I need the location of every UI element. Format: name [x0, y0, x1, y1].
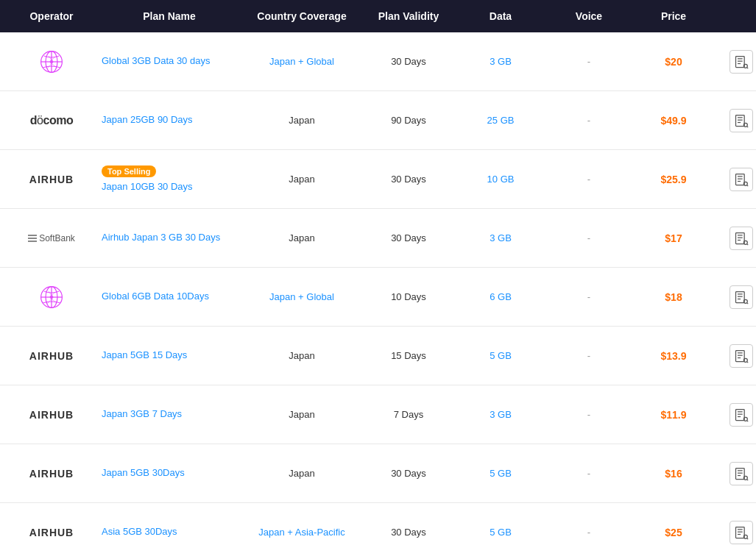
validity-cell: 90 Days [361, 115, 456, 126]
operator-cell [7, 282, 96, 312]
plan-name-cell: Japan 5GB 15 Days [96, 349, 243, 362]
svg-line-47 [747, 302, 748, 303]
table-row: döcomo Japan 25GB 90 Days Japan 90 Days … [0, 91, 756, 150]
svg-line-71 [747, 538, 748, 538]
details-cell: Buy Now [714, 344, 756, 368]
data-cell: 5 GB [456, 527, 545, 538]
voice-cell: - [545, 291, 633, 302]
svg-rect-21 [736, 174, 745, 185]
plan-name-cell: Global 6GB Data 10Days [96, 290, 243, 303]
svg-line-32 [747, 243, 748, 244]
validity-cell: 30 Days [361, 56, 456, 67]
svg-line-53 [747, 361, 748, 362]
operator-cell: AIRHUB [7, 174, 96, 185]
col-data: Data [456, 10, 545, 22]
price-cell: $25 [633, 527, 714, 538]
plan-name: Japan 25GB 90 Days [102, 114, 193, 125]
svg-line-65 [747, 479, 748, 480]
plan-name-cell: Global 3GB Data 30 days [96, 54, 243, 68]
price-cell: $16 [633, 468, 714, 480]
data-cell: 25 GB [456, 115, 545, 126]
svg-rect-66 [736, 527, 745, 538]
coverage-cell: Japan [243, 174, 361, 185]
details-icon-button[interactable] [729, 521, 753, 544]
coverage-cell: Japan + Global [243, 291, 361, 302]
svg-line-59 [747, 420, 748, 421]
plan-name: Global 6GB Data 10Days [102, 291, 209, 302]
plan-name: Asia 5GB 30Days [102, 526, 177, 537]
operator-cell: AIRHUB [7, 527, 96, 538]
validity-cell: 7 Days [361, 409, 456, 420]
plan-name-cell: Top Selling Japan 10GB 30 Days [96, 165, 243, 193]
operator-cell: AIRHUB [7, 409, 96, 421]
plan-name-cell: Japan 25GB 90 Days [96, 113, 243, 127]
plan-name: Airhub Japan 3 GB 30 Days [102, 232, 220, 243]
plan-name-cell: Japan 5GB 30Days [96, 466, 243, 480]
price-cell: $25.9 [633, 174, 714, 185]
operator-cell: SoftBank [7, 233, 96, 243]
data-cell: 3 GB [456, 409, 545, 420]
data-cell: 5 GB [456, 350, 545, 361]
table-row: AIRHUB Japan 3GB 7 Days Japan 7 Days 3 G… [0, 385, 756, 444]
coverage-cell: Japan [243, 350, 361, 361]
svg-line-8 [52, 63, 57, 68]
svg-rect-42 [736, 291, 745, 302]
svg-rect-9 [736, 56, 745, 67]
data-cell: 5 GB [456, 468, 545, 479]
col-country-coverage: Country Coverage [243, 10, 361, 22]
voice-cell: - [545, 56, 633, 67]
table-row: Global 3GB Data 30 days Japan + Global 3… [0, 32, 756, 91]
plan-name: Japan 3GB 7 Days [102, 408, 182, 419]
voice-cell: - [545, 409, 633, 420]
coverage-cell: Japan [243, 409, 361, 420]
voice-cell: - [545, 350, 633, 361]
col-operator: Operator [7, 10, 96, 22]
plan-name: Japan 5GB 15 Days [102, 349, 187, 360]
data-cell: 3 GB [456, 232, 545, 243]
col-plan-validity: Plan Validity [361, 10, 456, 22]
voice-cell: - [545, 115, 633, 126]
plan-name: Japan 5GB 30Days [102, 467, 185, 478]
svg-point-37 [50, 295, 54, 299]
data-cell: 10 GB [456, 174, 545, 185]
col-plan-name: Plan Name [96, 10, 243, 22]
svg-rect-27 [736, 232, 745, 243]
details-icon-button[interactable] [729, 462, 753, 485]
plan-name-cell: Airhub Japan 3 GB 30 Days [96, 231, 243, 244]
details-icon-button[interactable] [729, 109, 753, 132]
price-cell: $18 [633, 291, 714, 303]
price-cell: $49.9 [633, 115, 714, 127]
operator-cell: AIRHUB [7, 350, 96, 362]
details-icon-button[interactable] [729, 168, 753, 191]
details-icon-button[interactable] [729, 227, 753, 250]
details-icon-button[interactable] [729, 403, 753, 427]
table-body: Global 3GB Data 30 days Japan + Global 3… [0, 32, 756, 559]
data-cell: 3 GB [456, 56, 545, 67]
details-cell: Buy Now [714, 109, 756, 132]
details-cell: Buy Now [714, 403, 756, 427]
svg-rect-15 [736, 115, 745, 126]
col-voice: Voice [545, 10, 633, 22]
plan-name: Japan 10GB 30 Days [102, 181, 193, 192]
plan-name-cell: Japan 3GB 7 Days [96, 407, 243, 421]
details-cell: Buy Now [714, 168, 756, 191]
details-icon-button[interactable] [729, 285, 753, 309]
price-cell: $11.9 [633, 409, 714, 421]
details-icon-button[interactable] [729, 50, 753, 74]
svg-line-14 [747, 67, 748, 68]
col-price: Price [633, 10, 714, 22]
operator-cell: AIRHUB [7, 468, 96, 480]
svg-rect-48 [736, 350, 745, 361]
plan-name-cell: Asia 5GB 30Days [96, 525, 243, 538]
details-cell: Buy Now [714, 462, 756, 485]
validity-cell: 30 Days [361, 232, 456, 243]
coverage-cell: Japan + Asia-Pacific [243, 527, 361, 538]
validity-cell: 30 Days [361, 527, 456, 538]
price-cell: $17 [633, 232, 714, 244]
svg-point-4 [50, 60, 54, 63]
voice-cell: - [545, 468, 633, 479]
table-row: AIRHUB Asia 5GB 30Days Japan + Asia-Paci… [0, 503, 756, 559]
col-details: Details [714, 10, 756, 22]
table-row: SoftBank Airhub Japan 3 GB 30 Days Japan… [0, 209, 756, 268]
details-icon-button[interactable] [729, 344, 753, 368]
